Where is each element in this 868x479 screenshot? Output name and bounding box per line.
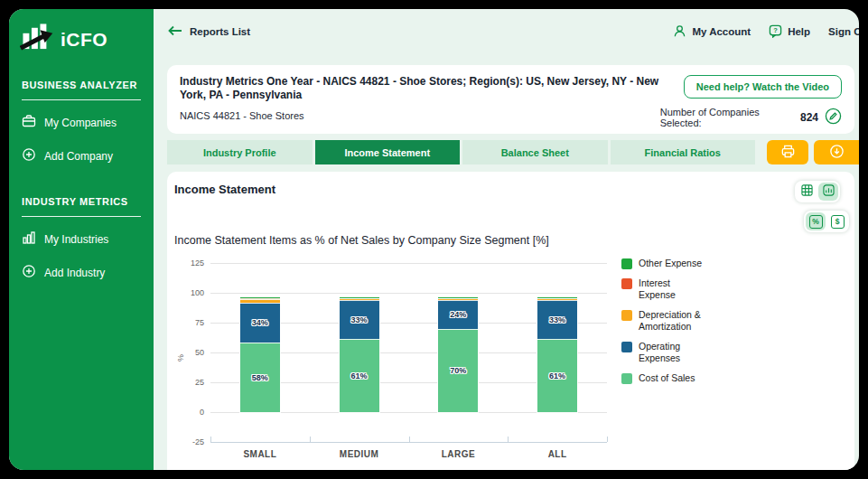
bar-chart-icon [22, 230, 36, 248]
sidebar-item-add-company[interactable]: Add Company [9, 139, 154, 173]
back-label: Reports List [190, 26, 250, 37]
bar-segment-cost-of-sales[interactable]: 58% [240, 343, 280, 412]
legend-item[interactable]: Cost of Sales [621, 372, 705, 384]
bar-segment-other-expense[interactable] [340, 297, 379, 298]
legend-label: Interest Expense [639, 277, 705, 301]
user-icon [673, 24, 686, 40]
percent-dollar-toggle: % $ [804, 211, 849, 232]
bar-segment-interest-expense[interactable] [438, 297, 478, 298]
y-tick-label: 125 [177, 258, 204, 268]
app-window: iCFO BUSINESS ANALYZER My Companies [9, 9, 859, 470]
tab-industry-profile[interactable]: Industry Profile [167, 140, 313, 164]
bar-segment-depreciation-amortization[interactable] [537, 298, 577, 300]
download-icon [829, 144, 845, 162]
report-title: Industry Metrics One Year - NAICS 44821 … [180, 75, 660, 102]
table-view-button[interactable] [797, 183, 817, 201]
percent-view-button[interactable]: % [806, 212, 826, 230]
y-tick-label: 0 [177, 408, 204, 417]
chart-plot: 1251007550250-2558%34%SMALL61%33%MEDIUM7… [210, 263, 607, 442]
bar-segment-other-expense[interactable] [438, 297, 478, 298]
bar-segment-other-expense[interactable] [537, 297, 577, 298]
download-button[interactable] [814, 140, 859, 164]
dollar-icon: $ [831, 215, 845, 229]
income-statement-card: Income Statement [167, 172, 854, 470]
sidebar-item-label: My Companies [44, 117, 117, 129]
bar-segment-operating-expenses[interactable]: 24% [438, 300, 478, 329]
x-category-label: LARGE [409, 449, 509, 459]
x-axis-tick [210, 437, 211, 442]
legend-label: Operating Expenses [639, 341, 705, 364]
bar-segment-cost-of-sales[interactable]: 61% [340, 339, 379, 412]
sidebar: iCFO BUSINESS ANALYZER My Companies [9, 9, 154, 470]
bar-segment-operating-expenses[interactable]: 33% [340, 300, 379, 340]
topbar-actions: My Account ? Help Sign Out [673, 24, 859, 40]
bar-data-label: 33% [340, 315, 379, 324]
svg-text:?: ? [773, 26, 778, 34]
sidebar-item-my-industries[interactable]: My Industries [9, 222, 154, 256]
report-header-card: Industry Metrics One Year - NAICS 44821 … [167, 65, 854, 134]
stacked-bar-chart: % 1251007550250-2558%34%SMALL61%33%MEDIU… [174, 256, 854, 470]
legend-swatch-icon [621, 278, 632, 289]
tab-financial-ratios[interactable]: Financial Ratios [611, 140, 756, 164]
bar-data-label: 33% [537, 315, 577, 324]
sign-out-label: Sign Out [828, 26, 859, 37]
my-account-button[interactable]: My Account [673, 24, 751, 40]
bar-segment-interest-expense[interactable] [537, 297, 577, 298]
sidebar-section-title: BUSINESS ANALYZER [9, 80, 154, 90]
bar-segment-interest-expense[interactable] [340, 297, 379, 298]
bar-segment-cost-of-sales[interactable]: 70% [438, 329, 478, 412]
dollar-view-button[interactable]: $ [827, 212, 847, 230]
bar-segment-operating-expenses[interactable]: 33% [537, 300, 577, 340]
edit-pencil-icon[interactable] [825, 108, 842, 128]
section-title: Income Statement [174, 183, 854, 196]
bar-data-label: 34% [240, 318, 280, 327]
legend-item[interactable]: Other Expense [621, 258, 705, 269]
sidebar-item-add-industry[interactable]: Add Industry [9, 256, 154, 289]
tab-income-statement[interactable]: Income Statement [315, 140, 461, 164]
chart-view-button[interactable] [818, 183, 838, 201]
x-axis-tick [508, 437, 509, 442]
print-button[interactable] [767, 140, 808, 164]
legend-label: Depreciation & Amortization [639, 309, 705, 333]
y-tick-label: 50 [177, 348, 204, 357]
logo-text: iCFO [61, 29, 107, 51]
help-icon: ? [769, 24, 782, 40]
sidebar-section-business-analyzer: BUSINESS ANALYZER My Companies Add Co [9, 80, 154, 173]
legend-item[interactable]: Interest Expense [621, 277, 705, 301]
x-axis-tick [310, 437, 311, 442]
bar-data-label: 24% [438, 310, 478, 319]
x-axis-line [210, 442, 607, 443]
logo-chart-arrow-icon [20, 23, 54, 56]
bar-data-label: 70% [438, 366, 478, 375]
legend-item[interactable]: Operating Expenses [621, 341, 705, 364]
chart-title: Income Statement Items as % of Net Sales… [174, 234, 854, 247]
back-to-reports-link[interactable]: Reports List [168, 23, 250, 40]
help-button[interactable]: ? Help [769, 24, 810, 40]
legend-item[interactable]: Depreciation & Amortization [621, 309, 705, 333]
bar-data-label: 61% [340, 371, 379, 380]
tab-balance-sheet[interactable]: Balance Sheet [462, 140, 608, 164]
bar-segment-depreciation-amortization[interactable] [340, 298, 379, 300]
legend-swatch-icon [621, 310, 632, 321]
gridline [210, 293, 607, 294]
my-account-label: My Account [692, 26, 751, 37]
bar-segment-operating-expenses[interactable]: 34% [240, 303, 280, 343]
sidebar-item-label: Add Company [44, 150, 113, 163]
watch-video-button[interactable]: Need help? Watch the Video [684, 75, 842, 99]
sidebar-section-industry-metrics: INDUSTRY METRICS My Industries [9, 196, 154, 289]
bar-segment-depreciation-amortization[interactable] [240, 299, 280, 303]
report-tabs: Industry Profile Income Statement Balanc… [167, 140, 859, 164]
x-category-label: SMALL [210, 449, 310, 459]
sign-out-button[interactable]: Sign Out [828, 26, 859, 37]
sidebar-item-my-companies[interactable]: My Companies [9, 106, 154, 139]
sidebar-section-title: INDUSTRY METRICS [9, 196, 154, 207]
y-tick-label: 25 [177, 378, 204, 387]
bar-data-label: 61% [537, 371, 577, 380]
chart-legend: Other ExpenseInterest ExpenseDepreciatio… [621, 258, 705, 392]
percent-icon: % [809, 215, 823, 229]
arrow-left-icon [168, 23, 182, 40]
bar-segment-depreciation-amortization[interactable] [438, 298, 478, 300]
bar-segment-other-expense[interactable] [240, 297, 280, 298]
bar-segment-cost-of-sales[interactable]: 61% [537, 339, 577, 412]
bar-segment-interest-expense[interactable] [240, 298, 280, 299]
